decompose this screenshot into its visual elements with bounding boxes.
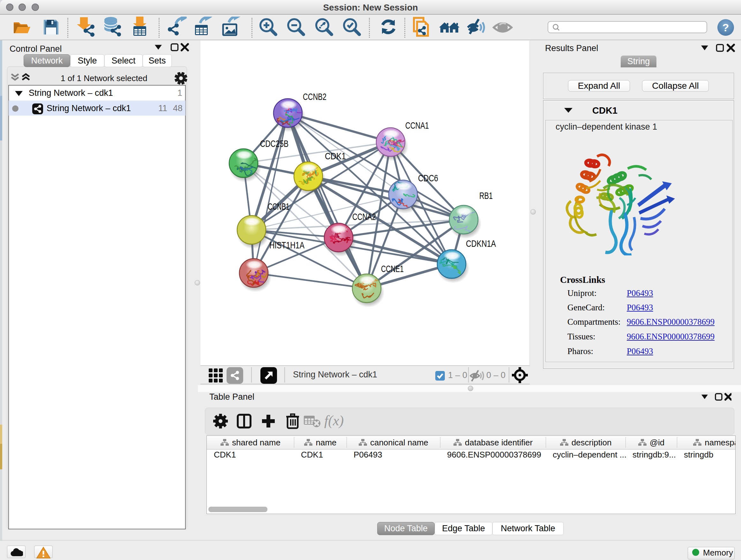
svg-text:CCNE1: CCNE1 (381, 264, 404, 274)
svg-text:HIST1H1A: HIST1H1A (269, 240, 305, 250)
svg-text:RB1: RB1 (479, 191, 493, 201)
svg-text:CDK1: CDK1 (325, 151, 346, 161)
svg-text:CDC25B: CDC25B (260, 138, 288, 149)
svg-text:CCNA2: CCNA2 (352, 212, 376, 222)
svg-text:CDKN1A: CDKN1A (466, 239, 496, 249)
svg-text:CCNA1: CCNA1 (405, 120, 429, 131)
svg-text:CDC6: CDC6 (418, 173, 438, 183)
svg-text:CCNB2: CCNB2 (303, 91, 327, 102)
svg-text:CCNB1: CCNB1 (268, 201, 289, 212)
